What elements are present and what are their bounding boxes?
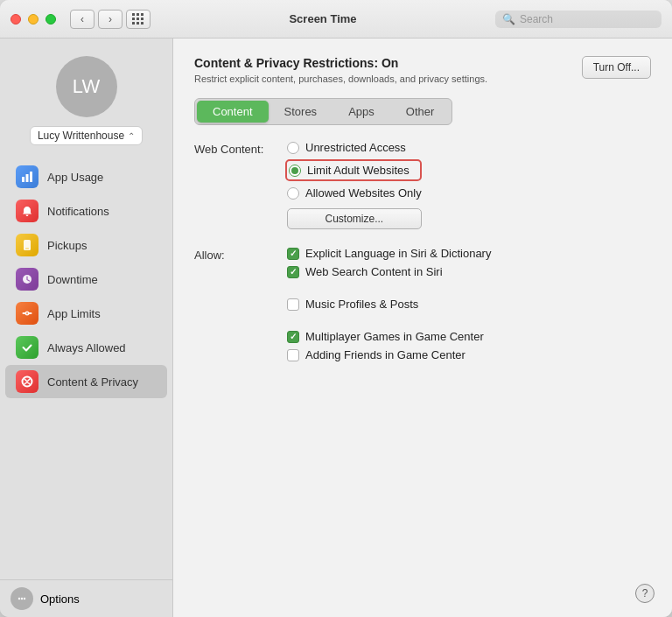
- user-section: LW Lucy Writtenhouse ⌃: [0, 39, 172, 156]
- app-limits-icon: [16, 302, 38, 325]
- sidebar-item-label: Notifications: [47, 205, 109, 218]
- checkbox-web-search[interactable]: Web Search Content in Siri: [287, 265, 491, 278]
- sidebar-item-label: App Usage: [47, 171, 103, 184]
- sidebar-item-label: App Limits: [47, 307, 101, 320]
- search-input[interactable]: [520, 13, 642, 25]
- search-bar[interactable]: 🔍: [495, 11, 662, 28]
- checkbox-web-search-label: Web Search Content in Siri: [305, 265, 443, 278]
- titlebar: ‹ › Screen Time 🔍: [0, 0, 672, 39]
- radio-group: Unrestricted Access Limit Adult Websites…: [287, 141, 422, 229]
- minimize-button[interactable]: [28, 14, 38, 25]
- tab-stores[interactable]: Stores: [269, 101, 333, 123]
- checkbox-multiplayer-games[interactable]: Multiplayer Games in Game Center: [287, 330, 491, 343]
- user-selector[interactable]: Lucy Writtenhouse ⌃: [30, 126, 143, 145]
- radio-limit-adult[interactable]: Limit Adult Websites: [285, 159, 422, 181]
- sidebar-item-content-privacy[interactable]: Content & Privacy: [5, 365, 167, 398]
- content-area: Content & Privacy Restrictions: On Restr…: [173, 39, 672, 617]
- checkbox-adding-friends-box: [287, 349, 299, 361]
- notifications-icon: [16, 200, 38, 222]
- checkbox-music-profiles[interactable]: Music Profiles & Posts: [287, 298, 491, 311]
- forward-button[interactable]: ›: [98, 10, 122, 29]
- sidebar-item-app-limits[interactable]: App Limits: [5, 297, 167, 330]
- tab-content[interactable]: Content: [197, 101, 269, 123]
- sidebar-nav: App Usage Notifications: [0, 156, 172, 579]
- tab-apps[interactable]: Apps: [332, 101, 390, 123]
- window-title: Screen Time: [150, 12, 495, 25]
- svg-rect-0: [22, 177, 24, 182]
- checkbox-explicit-language-box: [287, 248, 299, 260]
- sidebar-item-label: Pickups: [47, 239, 88, 252]
- svg-rect-4: [25, 249, 29, 249]
- web-content-label: Web Content:: [194, 141, 273, 229]
- sidebar-item-label: Content & Privacy: [47, 375, 138, 389]
- grid-icon: [132, 13, 144, 25]
- sidebar-item-downtime[interactable]: Downtime: [5, 263, 167, 296]
- downtime-icon: [16, 268, 38, 291]
- radio-circle-allowed-only: [287, 187, 299, 200]
- app-usage-icon: [16, 165, 38, 188]
- svg-point-11: [21, 598, 23, 599]
- user-name: Lucy Writtenhouse: [38, 130, 124, 142]
- allow-options: Explicit Language in Siri & Dictionary W…: [287, 247, 491, 361]
- chevron-down-icon: ⌃: [128, 131, 135, 141]
- radio-unrestricted[interactable]: Unrestricted Access: [287, 141, 422, 154]
- content-privacy-icon: [16, 370, 38, 393]
- content-header-left: Content & Privacy Restrictions: On Restr…: [194, 56, 487, 84]
- restrictions-description: Restrict explicit content, purchases, do…: [194, 74, 487, 84]
- back-button[interactable]: ‹: [70, 10, 94, 29]
- checkbox-music-profiles-label: Music Profiles & Posts: [305, 298, 418, 311]
- help-button[interactable]: ?: [635, 584, 654, 603]
- checkbox-adding-friends-label: Adding Friends in Game Center: [305, 348, 466, 361]
- svg-rect-1: [26, 174, 29, 182]
- allow-section: Allow: Explicit Language in Siri & Dicti…: [194, 247, 651, 361]
- svg-point-10: [18, 598, 20, 599]
- always-allowed-icon: [16, 336, 38, 359]
- sidebar-item-pickups[interactable]: Pickups: [5, 228, 167, 262]
- allow-label: Allow:: [194, 247, 273, 361]
- turn-off-button[interactable]: Turn Off...: [582, 56, 651, 79]
- svg-point-8: [26, 312, 28, 314]
- restrictions-title: Content & Privacy Restrictions: On: [194, 56, 487, 70]
- sidebar-options[interactable]: Options: [0, 579, 172, 617]
- checkbox-multiplayer-games-label: Multiplayer Games in Game Center: [305, 330, 484, 343]
- sidebar-item-label: Downtime: [47, 273, 98, 286]
- sidebar-item-notifications[interactable]: Notifications: [5, 194, 167, 228]
- main-window: ‹ › Screen Time 🔍 LW Lucy Writtenhouse ⌃: [0, 0, 672, 617]
- tab-other[interactable]: Other: [390, 101, 451, 123]
- svg-point-12: [24, 598, 25, 599]
- search-icon: 🔍: [502, 13, 515, 25]
- traffic-lights: [10, 14, 56, 25]
- checkbox-music-profiles-box: [287, 298, 299, 311]
- sidebar-item-label: Always Allowed: [47, 341, 126, 354]
- checkbox-adding-friends[interactable]: Adding Friends in Game Center: [287, 348, 491, 361]
- maximize-button[interactable]: [46, 14, 56, 25]
- pickups-icon: [16, 234, 38, 256]
- radio-circle-unrestricted: [287, 142, 299, 154]
- customize-button[interactable]: Customize...: [287, 208, 422, 229]
- radio-label-limit-adult: Limit Adult Websites: [307, 164, 410, 177]
- grid-button[interactable]: [126, 10, 150, 29]
- options-icon: [10, 587, 33, 610]
- radio-circle-limit-adult: [289, 165, 301, 177]
- radio-allowed-only[interactable]: Allowed Websites Only: [287, 186, 422, 200]
- checkbox-multiplayer-games-box: [287, 331, 299, 343]
- svg-rect-2: [30, 172, 32, 182]
- avatar: LW: [56, 56, 117, 117]
- sidebar-item-app-usage[interactable]: App Usage: [5, 160, 167, 193]
- radio-label-allowed-only: Allowed Websites Only: [305, 186, 422, 200]
- checkbox-web-search-box: [287, 266, 299, 278]
- options-label: Options: [40, 592, 80, 606]
- sidebar: LW Lucy Writtenhouse ⌃ Ap: [0, 39, 173, 617]
- checkbox-explicit-language[interactable]: Explicit Language in Siri & Dictionary: [287, 247, 491, 260]
- radio-label-unrestricted: Unrestricted Access: [305, 141, 406, 154]
- content-header: Content & Privacy Restrictions: On Restr…: [194, 56, 651, 84]
- sidebar-item-always-allowed[interactable]: Always Allowed: [5, 331, 167, 364]
- web-content-section: Web Content: Unrestricted Access Limit A…: [194, 141, 651, 229]
- close-button[interactable]: [10, 14, 21, 25]
- nav-buttons: ‹ ›: [70, 10, 122, 29]
- tabs-row: Content Stores Apps Other: [194, 98, 452, 125]
- main-layout: LW Lucy Writtenhouse ⌃ Ap: [0, 39, 672, 617]
- checkbox-explicit-language-label: Explicit Language in Siri & Dictionary: [305, 247, 491, 260]
